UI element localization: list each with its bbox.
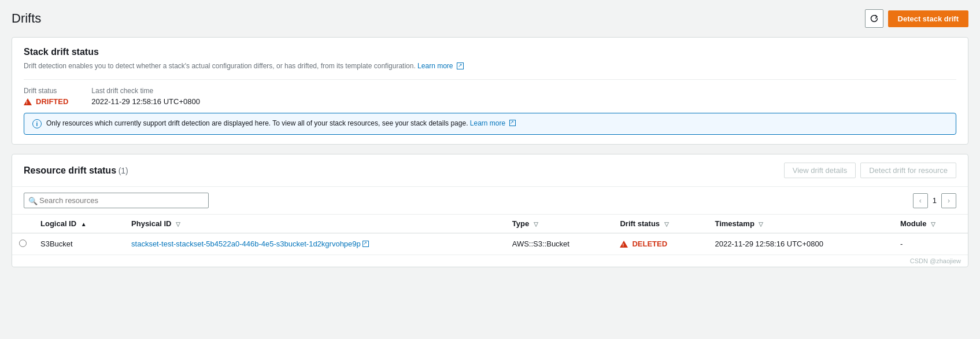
warning-triangle-icon [24,98,32,105]
resource-count: (1) [119,166,128,175]
stack-drift-description: Drift detection enables you to detect wh… [24,62,956,70]
drift-status-grid: Drift status DRIFTED Last drift check ti… [24,79,956,106]
td-type: AWS::S3::Bucket [505,233,613,255]
table-header-row: Logical ID ▲ Physical ID ▽ Type ▽ Drif [12,215,968,233]
resource-title-wrap: Resource drift status (1) [24,165,128,176]
refresh-icon [870,14,879,23]
learn-more-link-info[interactable]: Learn more [470,119,516,127]
td-physical-id: stackset-test-stackset-5b4522a0-446b-4e5… [124,233,505,255]
detect-drift-for-resource-button[interactable]: Detect drift for resource [860,163,956,178]
warning-icon-deleted [620,241,628,248]
row-select-radio[interactable] [19,239,27,247]
sort-icon-module: ▽ [931,221,935,227]
th-drift-status[interactable]: Drift status ▽ [613,215,708,233]
drift-status-deleted: DELETED [620,239,701,248]
pagination-prev-button[interactable]: ‹ [913,193,928,208]
refresh-button[interactable] [865,9,883,28]
td-logical-id: S3Bucket [34,233,124,255]
stack-drift-status-card: Stack drift status Drift detection enabl… [12,37,968,145]
th-type[interactable]: Type ▽ [505,215,613,233]
last-drift-check-value: 2022-11-29 12:58:16 UTC+0800 [91,97,200,106]
header-actions: Detect stack drift [865,9,968,28]
td-module: - [893,233,968,255]
watermark: CSDN @zhaojiew [12,255,968,267]
external-link-icon-physical [363,241,369,247]
info-banner: i Only resources which currently support… [24,113,956,135]
sort-icon-timestamp: ▽ [759,221,763,227]
sort-icon-type: ▽ [534,221,538,227]
th-physical-id[interactable]: Physical ID ▽ [124,215,505,233]
info-banner-text: Only resources which currently support d… [46,119,516,127]
last-drift-check-field: Last drift check time 2022-11-29 12:58:1… [91,87,200,106]
sort-icon-physical-id: ▽ [176,221,180,227]
last-drift-check-label: Last drift check time [91,87,200,95]
resource-table-wrap: Logical ID ▲ Physical ID ▽ Type ▽ Drif [12,215,968,255]
drift-status-label: Drift status [24,87,68,95]
drift-status-value: DRIFTED [24,97,68,106]
view-drift-details-button[interactable]: View drift details [784,163,856,178]
th-logical-id[interactable]: Logical ID ▲ [34,215,124,233]
resource-drift-section: Resource drift status (1) View drift det… [12,154,968,267]
detect-stack-drift-button[interactable]: Detect stack drift [888,10,968,27]
learn-more-link-stack[interactable]: Learn more [417,62,464,70]
search-icon: 🔍 [28,196,38,205]
resource-actions: View drift details Detect drift for reso… [784,163,956,178]
resource-drift-header: Resource drift status (1) View drift det… [12,154,968,187]
table-row: S3Bucketstackset-test-stackset-5b4522a0-… [12,233,968,255]
td-timestamp: 2022-11-29 12:58:16 UTC+0800 [708,233,893,255]
resource-table: Logical ID ▲ Physical ID ▽ Type ▽ Drif [12,215,968,255]
pagination-next-button[interactable]: › [941,193,956,208]
info-circle-icon: i [32,119,42,128]
th-module[interactable]: Module ▽ [893,215,968,233]
physical-id-link[interactable]: stackset-test-stackset-5b4522a0-446b-4e5… [131,239,369,248]
external-link-icon-stack [457,62,464,69]
sort-icon-drift-status: ▽ [664,221,669,227]
search-input-wrap: 🔍 [24,193,209,208]
td-drift-status: DELETED [613,233,708,255]
external-link-icon-info [509,120,516,126]
page-header: Drifts Detect stack drift [12,9,968,28]
resource-section-title: Resource drift status [24,165,116,175]
stack-drift-section-title: Stack drift status [24,47,956,57]
sort-icon-logical-id: ▲ [81,221,87,227]
row-checkbox-cell [12,233,34,255]
pagination: ‹ 1 › [913,193,956,208]
page-title: Drifts [12,11,41,26]
pagination-current-page: 1 [933,196,937,205]
search-bar-row: 🔍 ‹ 1 › [12,187,968,215]
search-input[interactable] [24,193,209,208]
th-timestamp[interactable]: Timestamp ▽ [708,215,893,233]
drift-status-field: Drift status DRIFTED [24,87,68,106]
th-checkbox [12,215,34,233]
